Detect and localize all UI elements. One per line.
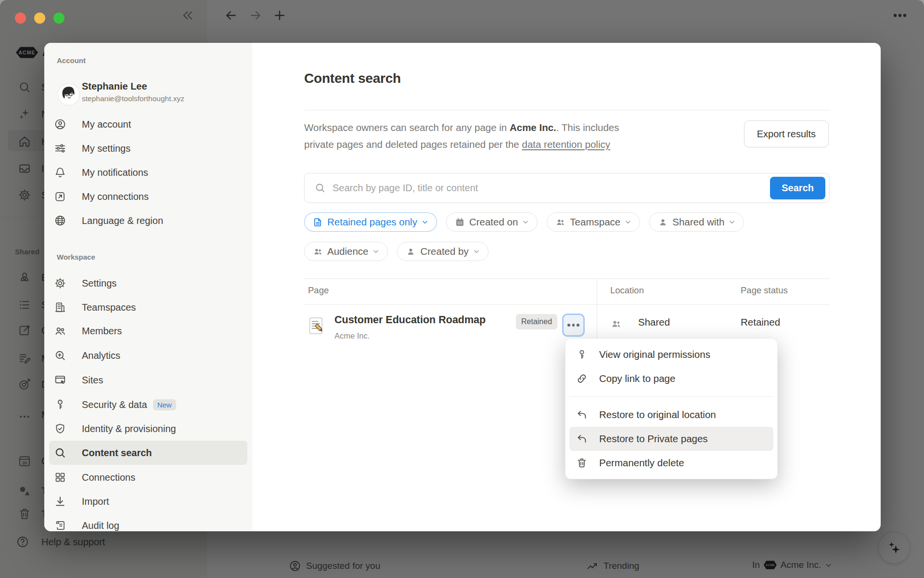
row-more-button[interactable]	[562, 314, 585, 337]
sidebar-item-content-search[interactable]: Content search	[49, 441, 247, 465]
sidebar-item-settings[interactable]: Settings	[49, 271, 247, 295]
sidebar-item-label: Teamspaces	[82, 302, 136, 313]
sidebar-item-label: Sites	[82, 375, 103, 386]
search-button[interactable]: Search	[770, 177, 825, 199]
sidebar-item-label: Import	[82, 496, 109, 507]
filter-row-1: Retained pages only Created on Teamspace…	[304, 212, 744, 232]
key-icon	[576, 349, 588, 360]
download-arrow-icon	[54, 495, 66, 508]
sidebar-item-sites[interactable]: Sites	[49, 368, 247, 392]
person-icon	[406, 247, 416, 257]
filter-row-2: Audience Created by	[304, 242, 488, 261]
sidebar-item-label: Connections	[82, 472, 135, 483]
user-name: Stephanie Lee	[82, 81, 147, 92]
column-header-location: Location	[610, 285, 644, 296]
globe-icon	[54, 214, 66, 227]
sidebar-item-import[interactable]: Import	[49, 489, 247, 513]
data-retention-policy-link[interactable]: data retention policy	[522, 139, 610, 150]
search-icon	[54, 447, 66, 459]
menu-item-label: Restore to original location	[599, 409, 716, 420]
filter-retained-pages-only[interactable]: Retained pages only	[304, 212, 437, 232]
sidebar-item-label: Members	[82, 326, 122, 337]
memo-page-icon	[308, 317, 324, 335]
filter-created-by[interactable]: Created by	[397, 242, 488, 261]
sidebar-item-label: Language & region	[82, 215, 163, 226]
sidebar-item-language-region[interactable]: Language & region	[49, 209, 247, 233]
account-section-label: Account	[57, 56, 86, 65]
people-icon	[54, 325, 66, 337]
chevron-down-icon	[625, 219, 631, 225]
shield-check-icon	[54, 422, 66, 435]
building-icon	[54, 301, 66, 314]
description-workspace-name: Acme Inc.	[510, 122, 556, 133]
filter-label: Created on	[469, 216, 518, 228]
screen: ACME A S N H I S Shared E	[0, 0, 924, 578]
sidebar-item-audit-log[interactable]: Audit log	[49, 513, 247, 531]
grid-icon	[54, 471, 66, 484]
menu-item-copy-link[interactable]: Copy link to page	[569, 367, 773, 391]
new-badge: New	[153, 399, 176, 410]
sidebar-item-analytics[interactable]: Analytics	[49, 343, 247, 368]
search-icon	[314, 182, 326, 194]
filter-label: Retained pages only	[327, 216, 417, 228]
close-button[interactable]	[15, 13, 26, 24]
link-icon	[576, 373, 588, 384]
filter-shared-with[interactable]: Shared with	[649, 212, 744, 232]
menu-item-view-original-permissions[interactable]: View original permissions	[569, 342, 773, 367]
sidebar-item-label: My connections	[82, 191, 149, 202]
sidebar-item-label: Security & data	[82, 399, 147, 410]
menu-item-restore-private-pages[interactable]: Restore to Private pages	[569, 427, 773, 451]
sidebar-item-my-connections[interactable]: My connections	[49, 184, 247, 209]
minimize-button[interactable]	[34, 13, 45, 24]
sidebar-item-label: My account	[82, 119, 131, 130]
row-page-status: Retained	[741, 316, 780, 328]
trash-icon	[576, 457, 588, 469]
avatar[interactable]	[58, 84, 79, 105]
search-bar: Search	[304, 173, 830, 203]
bell-icon	[54, 166, 66, 179]
sidebar-item-label: My notifications	[82, 167, 148, 178]
sidebar-item-members[interactable]: Members	[49, 319, 247, 343]
row-context-menu: View original permissions Copy link to p…	[565, 338, 778, 479]
sidebar-item-label: Analytics	[82, 350, 120, 361]
menu-item-permanently-delete[interactable]: Permanently delete	[569, 451, 773, 475]
scroll-icon	[54, 519, 66, 531]
zoom-button[interactable]	[53, 13, 64, 24]
person-circle-icon	[54, 118, 66, 131]
filter-audience[interactable]: Audience	[304, 242, 388, 261]
filter-teamspace[interactable]: Teamspace	[547, 212, 640, 232]
filter-label: Audience	[327, 246, 368, 257]
page-title: Content search	[304, 71, 401, 86]
document-icon	[313, 217, 323, 227]
sidebar-item-my-notifications[interactable]: My notifications	[49, 160, 247, 184]
sidebar-item-label: Settings	[82, 278, 116, 289]
filter-label: Created by	[420, 246, 468, 257]
search-input[interactable]	[333, 183, 770, 194]
table-top-border	[304, 278, 830, 279]
sidebar-item-security-data[interactable]: Security & data New	[49, 393, 247, 417]
sidebar-item-identity-provisioning[interactable]: Identity & provisioning	[49, 417, 247, 441]
people-icon	[313, 247, 323, 257]
column-header-page-status: Page status	[741, 285, 788, 296]
chevron-down-icon	[729, 219, 735, 225]
calendar-icon	[455, 217, 465, 227]
person-icon	[658, 217, 668, 227]
people-icon	[611, 318, 622, 329]
export-results-button[interactable]: Export results	[744, 120, 829, 147]
sidebar-item-my-account[interactable]: My account	[49, 112, 247, 136]
settings-sidebar: Account Stephanie Lee stephanie@toolsfor…	[44, 43, 252, 531]
undo-arrow-icon	[576, 433, 588, 445]
page-row-title[interactable]: Customer Education Roadmap	[334, 314, 486, 326]
sidebar-item-label: Content search	[82, 447, 152, 459]
sidebar-item-teamspaces[interactable]: Teamspaces	[49, 295, 247, 319]
menu-item-restore-original-location[interactable]: Restore to original location	[569, 403, 773, 427]
sidebar-item-my-settings[interactable]: My settings	[49, 136, 247, 160]
sidebar-item-connections[interactable]: Connections	[49, 465, 247, 489]
people-icon	[555, 217, 565, 227]
browser-cursor-icon	[54, 374, 66, 386]
menu-divider	[569, 396, 773, 397]
filter-created-on[interactable]: Created on	[446, 212, 538, 232]
chevron-down-icon	[372, 248, 379, 255]
key-icon	[54, 398, 66, 411]
traffic-lights	[15, 13, 64, 24]
